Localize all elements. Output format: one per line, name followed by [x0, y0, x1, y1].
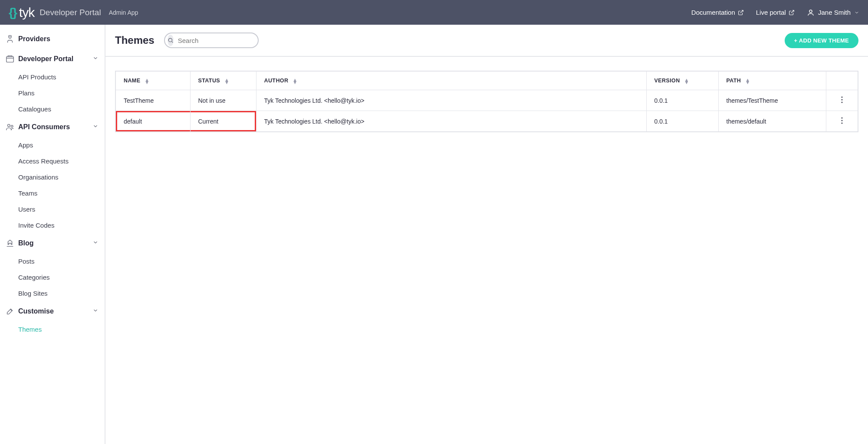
live-portal-link[interactable]: Live portal: [756, 9, 795, 16]
blog-icon: [4, 238, 16, 248]
svg-point-13: [841, 120, 842, 121]
live-portal-label: Live portal: [756, 9, 786, 16]
sidebar-item-users[interactable]: Users: [0, 201, 105, 217]
providers-icon: [4, 34, 16, 44]
sidebar-item-catalogues[interactable]: Catalogues: [0, 101, 105, 117]
svg-point-3: [9, 36, 11, 39]
sidebar-item-posts[interactable]: Posts: [0, 253, 105, 269]
svg-line-1: [791, 10, 794, 13]
row-actions-button[interactable]: [826, 90, 858, 111]
svg-point-6: [11, 125, 13, 127]
cell-version: 0.0.1: [646, 111, 718, 132]
svg-rect-4: [7, 57, 14, 62]
sidebar-item-themes[interactable]: Themes: [0, 321, 105, 337]
sidebar-item-access-requests[interactable]: Access Requests: [0, 153, 105, 169]
sidebar-item-customise[interactable]: Customise: [0, 301, 105, 321]
svg-point-2: [809, 10, 812, 13]
sidebar-item-categories[interactable]: Categories: [0, 269, 105, 285]
chevron-down-icon: [854, 10, 859, 15]
user-name: Jane Smith: [818, 9, 851, 16]
column-header-status[interactable]: STATUS ▲▼: [190, 71, 256, 90]
consumers-icon: [4, 122, 16, 132]
cell-author: Tyk Technologies Ltd. <hello@tyk.io>: [256, 111, 646, 132]
sort-icon: ▲▼: [224, 78, 229, 84]
main-content: Themes + ADD NEW THEME NAME ▲▼: [105, 25, 868, 444]
svg-point-7: [168, 38, 172, 42]
themes-table: NAME ▲▼ STATUS ▲▼ AUTHOR ▲▼ VERSION: [115, 71, 858, 132]
search-icon[interactable]: [168, 35, 174, 46]
sidebar-item-label: Developer Portal: [18, 55, 73, 63]
sort-icon: ▲▼: [293, 78, 297, 84]
page-header: Themes + ADD NEW THEME: [105, 25, 868, 57]
user-icon: [807, 9, 815, 16]
logo-brackets-icon: {}: [9, 6, 16, 20]
documentation-label: Documentation: [691, 9, 735, 16]
svg-line-8: [171, 42, 173, 43]
search-input[interactable]: [178, 37, 260, 44]
sidebar-item-blog-sites[interactable]: Blog Sites: [0, 285, 105, 301]
logo[interactable]: {} tyk Developer Portal: [9, 5, 101, 20]
sidebar-item-developer-portal[interactable]: Developer Portal: [0, 49, 105, 69]
table-row[interactable]: defaultCurrentTyk Technologies Ltd. <hel…: [115, 111, 858, 132]
sidebar-item-blog[interactable]: Blog: [0, 233, 105, 253]
sidebar-item-organisations[interactable]: Organisations: [0, 169, 105, 185]
row-actions-button[interactable]: [826, 111, 858, 132]
logo-subtitle: Developer Portal: [39, 8, 101, 17]
chevron-down-icon: [92, 307, 99, 315]
top-bar: {} tyk Developer Portal Admin App Docume…: [0, 0, 868, 25]
svg-point-9: [841, 96, 842, 98]
page-title: Themes: [115, 34, 155, 46]
cell-status: Not in use: [190, 90, 256, 111]
sidebar-item-label: Customise: [18, 307, 54, 315]
cell-author: Tyk Technologies Ltd. <hello@tyk.io>: [256, 90, 646, 111]
logo-brand: tyk: [19, 5, 34, 20]
kebab-icon: [841, 96, 843, 103]
chevron-down-icon: [92, 239, 99, 247]
sidebar: Providers Developer Portal API Products …: [0, 25, 105, 444]
svg-point-14: [841, 122, 842, 124]
column-header-author[interactable]: AUTHOR ▲▼: [256, 71, 646, 90]
portal-icon: [4, 54, 16, 64]
search-box[interactable]: [164, 33, 259, 48]
sidebar-item-plans[interactable]: Plans: [0, 85, 105, 101]
add-new-theme-button[interactable]: + ADD NEW THEME: [785, 33, 858, 48]
cell-version: 0.0.1: [646, 90, 718, 111]
column-header-path[interactable]: PATH ▲▼: [718, 71, 826, 90]
sidebar-item-api-products[interactable]: API Products: [0, 69, 105, 85]
table-row[interactable]: TestThemeNot in useTyk Technologies Ltd.…: [115, 90, 858, 111]
sort-icon: ▲▼: [745, 78, 750, 84]
sidebar-item-label: Blog: [18, 239, 34, 247]
cell-path: themes/TestTheme: [718, 90, 826, 111]
cell-name: TestTheme: [115, 90, 190, 111]
table-header-row: NAME ▲▼ STATUS ▲▼ AUTHOR ▲▼ VERSION: [115, 71, 858, 90]
documentation-link[interactable]: Documentation: [691, 9, 744, 16]
sidebar-item-apps[interactable]: Apps: [0, 137, 105, 153]
svg-line-0: [740, 10, 743, 13]
chevron-down-icon: [92, 123, 99, 131]
column-header-name[interactable]: NAME ▲▼: [115, 71, 190, 90]
svg-point-11: [841, 101, 842, 103]
column-header-version[interactable]: VERSION ▲▼: [646, 71, 718, 90]
sidebar-item-providers[interactable]: Providers: [0, 29, 105, 49]
sidebar-item-label: API Consumers: [18, 123, 70, 131]
external-link-icon: [738, 10, 744, 16]
sidebar-item-label: Providers: [18, 35, 50, 43]
column-header-actions: [826, 71, 858, 90]
sidebar-item-teams[interactable]: Teams: [0, 185, 105, 201]
svg-point-12: [841, 117, 842, 118]
sidebar-item-api-consumers[interactable]: API Consumers: [0, 117, 105, 137]
cell-name: default: [115, 111, 190, 132]
sort-icon: ▲▼: [145, 78, 149, 84]
svg-point-5: [8, 124, 10, 127]
chevron-down-icon: [92, 55, 99, 63]
app-label: Admin App: [109, 9, 138, 16]
cell-status: Current: [190, 111, 256, 132]
external-link-icon: [789, 10, 795, 16]
sort-icon: ▲▼: [684, 78, 689, 84]
svg-point-10: [841, 99, 842, 100]
kebab-icon: [841, 117, 843, 124]
user-menu[interactable]: Jane Smith: [807, 9, 859, 16]
sidebar-item-invite-codes[interactable]: Invite Codes: [0, 217, 105, 233]
cell-path: themes/default: [718, 111, 826, 132]
customise-icon: [4, 307, 16, 316]
